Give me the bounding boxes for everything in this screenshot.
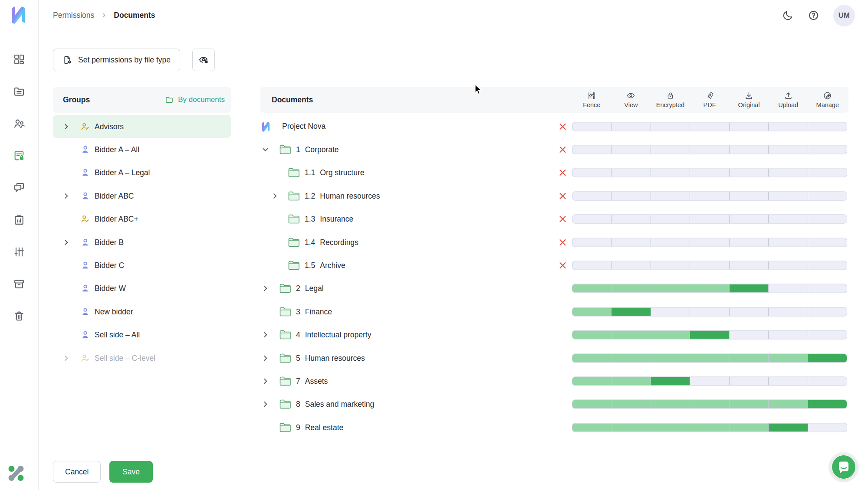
permission-segment-view[interactable]: [612, 377, 651, 385]
group-row[interactable]: Bidder ABC+: [53, 208, 231, 231]
group-row[interactable]: Bidder B: [53, 231, 231, 254]
permission-segment-fence[interactable]: [572, 261, 612, 270]
breadcrumb-permissions[interactable]: Permissions: [53, 11, 94, 20]
permission-segment-upload[interactable]: [769, 331, 808, 339]
group-row[interactable]: Sell side – All: [53, 323, 231, 346]
document-row[interactable]: 1.3Insurance: [260, 208, 848, 231]
permission-bar[interactable]: [572, 423, 847, 432]
permission-bar[interactable]: [572, 261, 847, 270]
permission-segment-original[interactable]: [730, 122, 769, 131]
column-header-manage[interactable]: Manage: [808, 87, 847, 113]
permission-segment-pdf[interactable]: [690, 238, 729, 246]
set-permissions-by-file-type-button[interactable]: Set permissions by file type: [53, 49, 180, 71]
permission-segment-view[interactable]: [612, 284, 651, 293]
permission-segment-manage[interactable]: [808, 331, 847, 339]
document-row[interactable]: 1Corporate: [260, 138, 848, 161]
permission-segment-pdf[interactable]: [690, 122, 729, 131]
permission-segment-manage[interactable]: [808, 284, 847, 293]
permission-segment-upload[interactable]: [769, 215, 808, 223]
permission-segment-fence[interactable]: [572, 423, 612, 431]
permission-segment-fence[interactable]: [572, 331, 612, 339]
permission-segment-encrypted[interactable]: [651, 192, 690, 200]
column-header-upload[interactable]: Upload: [769, 87, 808, 113]
permission-segment-original[interactable]: [730, 284, 769, 293]
dark-mode-moon-icon[interactable]: [782, 10, 794, 21]
permission-bar[interactable]: [572, 191, 847, 200]
chat-launcher-icon[interactable]: [832, 455, 856, 479]
permission-segment-fence[interactable]: [572, 377, 612, 385]
document-row[interactable]: 4Intellectual property: [260, 323, 848, 346]
save-button[interactable]: Save: [109, 461, 153, 483]
deny-permission-icon[interactable]: [559, 169, 567, 177]
permission-segment-manage[interactable]: [808, 400, 847, 408]
permission-bar[interactable]: [572, 168, 847, 177]
deny-permission-icon[interactable]: [559, 238, 567, 246]
permission-segment-manage[interactable]: [808, 261, 847, 270]
permission-segment-pdf[interactable]: [690, 400, 729, 408]
sidebar-item-setup-icon[interactable]: [13, 246, 25, 258]
column-header-pdf[interactable]: PDF: [690, 87, 730, 113]
permission-segment-pdf[interactable]: [690, 215, 729, 223]
permission-segment-manage[interactable]: [808, 122, 847, 131]
permission-segment-original[interactable]: [730, 261, 769, 270]
permission-segment-upload[interactable]: [769, 377, 808, 385]
cancel-button[interactable]: Cancel: [53, 461, 101, 483]
permission-segment-upload[interactable]: [769, 146, 808, 154]
permission-segment-view[interactable]: [612, 215, 651, 223]
permission-segment-fence[interactable]: [572, 238, 612, 246]
permission-segment-view[interactable]: [612, 146, 651, 154]
chevron-right-icon[interactable]: [262, 285, 269, 292]
chevron-right-icon[interactable]: [262, 354, 269, 362]
chevron-right-icon[interactable]: [271, 192, 279, 199]
by-documents-toggle[interactable]: By documents: [165, 95, 225, 104]
permission-segment-view[interactable]: [612, 354, 651, 362]
column-header-view[interactable]: View: [612, 87, 651, 113]
permission-segment-original[interactable]: [730, 238, 769, 246]
permission-segment-original[interactable]: [730, 331, 769, 339]
chevron-right-icon[interactable]: [262, 401, 269, 408]
chevron-right-icon[interactable]: [62, 238, 70, 246]
permission-segment-original[interactable]: [730, 354, 769, 362]
permission-segment-view[interactable]: [612, 122, 651, 131]
permission-segment-view[interactable]: [612, 331, 651, 339]
permission-segment-encrypted[interactable]: [651, 377, 690, 385]
permission-segment-pdf[interactable]: [690, 377, 729, 385]
permission-segment-upload[interactable]: [769, 192, 808, 200]
chevron-down-icon[interactable]: [262, 146, 269, 154]
permission-segment-upload[interactable]: [769, 423, 808, 431]
group-row[interactable]: Sell side – C-level: [53, 346, 231, 369]
permission-segment-fence[interactable]: [572, 400, 612, 408]
permission-segment-original[interactable]: [730, 377, 769, 385]
permission-segment-original[interactable]: [730, 169, 769, 177]
permission-segment-encrypted[interactable]: [651, 284, 690, 293]
deny-permission-icon[interactable]: [559, 215, 567, 223]
permission-segment-original[interactable]: [730, 423, 769, 431]
permission-segment-manage[interactable]: [808, 238, 847, 246]
document-row[interactable]: Project Nova: [260, 115, 848, 138]
permission-segment-upload[interactable]: [769, 122, 808, 131]
permission-segment-manage[interactable]: [808, 215, 847, 223]
document-row[interactable]: 1.2Human resources: [260, 184, 848, 207]
document-row[interactable]: 8Sales and marketing: [260, 393, 848, 416]
document-row[interactable]: 2Legal: [260, 277, 848, 300]
permission-segment-pdf[interactable]: [690, 284, 729, 293]
permission-segment-encrypted[interactable]: [651, 423, 690, 431]
permission-segment-encrypted[interactable]: [651, 146, 690, 154]
sidebar-item-documents-icon[interactable]: [13, 85, 25, 98]
chevron-right-icon[interactable]: [62, 354, 70, 362]
permission-segment-manage[interactable]: [808, 423, 847, 431]
permission-segment-view[interactable]: [612, 261, 651, 270]
document-row[interactable]: 1.4Recordings: [260, 231, 848, 254]
permission-bar[interactable]: [572, 400, 847, 409]
chevron-right-icon[interactable]: [262, 331, 269, 339]
permission-segment-pdf[interactable]: [690, 192, 729, 200]
group-row[interactable]: Bidder ABC: [53, 184, 231, 207]
permission-bar[interactable]: [572, 122, 847, 131]
permission-bar[interactable]: [572, 353, 847, 363]
app-logo-icon[interactable]: [10, 6, 27, 24]
permission-segment-view[interactable]: [612, 169, 651, 177]
permission-segment-pdf[interactable]: [690, 146, 729, 154]
permission-segment-view[interactable]: [612, 400, 651, 408]
preview-permissions-button[interactable]: [192, 49, 215, 71]
permission-segment-upload[interactable]: [769, 169, 808, 177]
